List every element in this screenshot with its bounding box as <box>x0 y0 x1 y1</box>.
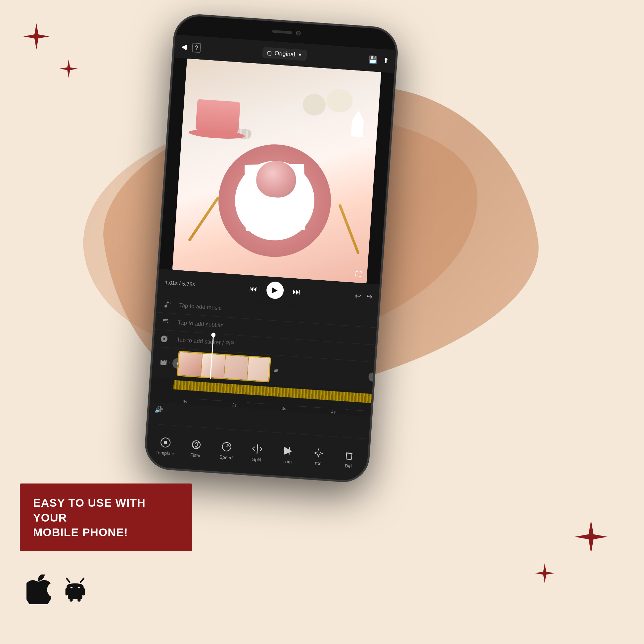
spoon-left <box>188 196 220 242</box>
ruler-spacer <box>198 399 222 401</box>
banner-line-2: MOBILE PHONE! <box>33 526 128 538</box>
undo-button[interactable]: ↩ <box>355 292 361 300</box>
tool-fx[interactable]: FX <box>304 447 332 467</box>
clip-thumbnail-1 <box>178 352 203 377</box>
speed-label: Speed <box>219 454 233 460</box>
svg-text:+: + <box>166 335 168 338</box>
svg-rect-13 <box>346 453 352 459</box>
sticker-icon: + <box>154 334 174 344</box>
apple-icon <box>26 575 51 604</box>
tool-split[interactable]: Split <box>243 442 271 463</box>
phone-speaker <box>272 30 292 34</box>
tool-trim[interactable]: Trim <box>274 445 301 465</box>
svg-point-4 <box>164 440 167 444</box>
svg-line-12 <box>289 447 290 455</box>
red-banner: EASY TO USE WITH YOUR MOBILE PHONE! <box>20 483 192 551</box>
skip-back-button[interactable]: ⏮ <box>249 284 257 294</box>
phone-wrapper: ◀ ? ▢ Original ▼ 💾 ⬆ <box>143 13 400 484</box>
toolbar-center[interactable]: ▢ Original ▼ <box>262 47 307 61</box>
svg-line-9 <box>227 445 229 447</box>
export-icon[interactable]: ⬆ <box>382 56 389 65</box>
clip-thumbnail-2 <box>201 353 226 378</box>
pumpkin-1 <box>325 88 353 113</box>
split-label: Split <box>252 456 261 462</box>
tool-delete[interactable]: Del <box>335 449 363 469</box>
playback-controls: ⏮ ▶ ⏭ <box>249 280 301 301</box>
trim-icon <box>282 445 294 456</box>
volume-icon[interactable]: 🔊 <box>154 405 163 414</box>
filter-icon <box>191 439 202 450</box>
subtitle-icon: + <box>155 317 176 326</box>
sparkle-1-icon <box>23 23 50 50</box>
sparkle-2-icon <box>60 60 78 78</box>
ruler-spacer2 <box>247 402 272 404</box>
tool-filter[interactable]: Filter <box>182 438 210 458</box>
help-icon[interactable]: ? <box>192 42 201 53</box>
play-icon: ▶ <box>272 286 278 295</box>
phone-camera <box>296 31 301 36</box>
svg-line-16 <box>67 578 69 582</box>
timeline-area: + Tap to add music + Tap to add subtitle <box>148 295 378 439</box>
original-label: Original <box>274 50 295 58</box>
play-button[interactable]: ▶ <box>266 281 284 299</box>
sparkle-top-left-group <box>23 23 50 51</box>
svg-point-5 <box>192 440 201 449</box>
music-icon: + <box>157 300 177 309</box>
svg-line-15 <box>346 453 352 453</box>
house-decoration <box>347 110 368 137</box>
ruler-spacer4 <box>346 409 371 411</box>
sparkle-bottom-right-1 <box>575 520 608 555</box>
svg-rect-24 <box>77 597 80 602</box>
svg-rect-21 <box>82 588 85 595</box>
svg-line-14 <box>348 452 350 452</box>
banner-line-1: EASY TO USE WITH YOUR <box>33 496 146 524</box>
clip-thumbnail-4 <box>247 357 271 382</box>
svg-line-10 <box>257 444 258 453</box>
spoon-right <box>338 204 360 254</box>
fx-icon <box>313 447 324 459</box>
delete-label: Del <box>345 463 352 469</box>
video-preview <box>172 59 381 283</box>
template-label: Template <box>155 450 174 456</box>
delete-icon <box>344 449 355 461</box>
clip-thumbnail-3 <box>224 355 249 380</box>
tool-speed[interactable]: Speed <box>213 440 241 461</box>
save-icon[interactable]: 💾 <box>368 55 378 65</box>
toolbar-right: 💾 ⬆ <box>368 55 389 65</box>
sparkle-4-icon <box>535 563 555 583</box>
svg-rect-20 <box>66 588 68 595</box>
platform-icons <box>26 575 90 604</box>
tool-template[interactable]: Template <box>152 436 179 456</box>
svg-rect-22 <box>68 588 82 599</box>
video-clip[interactable] <box>177 351 271 382</box>
phone-notch <box>260 25 313 39</box>
filter-label: Filter <box>190 452 201 458</box>
sparkle-3-icon <box>575 520 608 553</box>
svg-text:+: + <box>166 320 169 324</box>
trim-label: Trim <box>282 458 292 464</box>
template-icon <box>160 437 171 448</box>
fullscreen-button[interactable] <box>352 268 365 280</box>
sparkle-bottom-right-2 <box>535 563 555 584</box>
speed-icon <box>221 441 232 452</box>
clip-options-icon[interactable]: ≡ <box>274 366 278 374</box>
toolbar-left: ◀ ? <box>181 42 201 53</box>
split-icon <box>252 443 263 454</box>
svg-rect-23 <box>70 597 73 602</box>
phone-body: ◀ ? ▢ Original ▼ 💾 ⬆ <box>143 13 400 484</box>
fx-label: FX <box>315 461 321 466</box>
sparkle-top-left-2 <box>60 60 78 79</box>
video-scene <box>172 59 381 283</box>
ruler-spacer3 <box>297 406 321 408</box>
svg-text:+: + <box>169 301 171 304</box>
original-frame-icon: ▢ <box>267 49 272 56</box>
dropdown-icon: ▼ <box>298 52 302 58</box>
android-icon <box>61 575 90 604</box>
back-icon[interactable]: ◀ <box>181 42 187 51</box>
tea-cup <box>195 99 241 135</box>
redo-button[interactable]: ↪ <box>366 292 373 301</box>
banner-text: EASY TO USE WITH YOUR MOBILE PHONE! <box>33 495 179 539</box>
time-display: 1.01s / 5.78s <box>164 280 195 288</box>
svg-marker-11 <box>284 447 292 455</box>
skip-forward-button[interactable]: ⏭ <box>293 287 301 297</box>
